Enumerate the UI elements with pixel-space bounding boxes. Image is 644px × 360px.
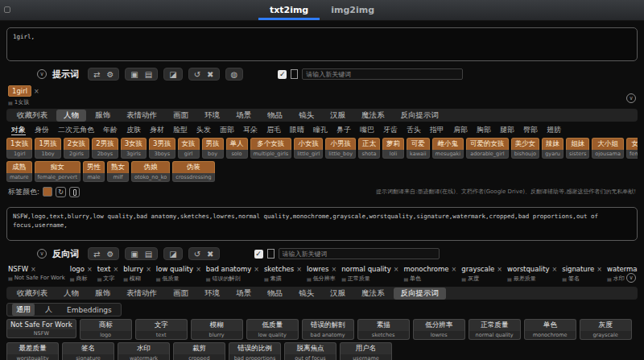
prompt-tag-button[interactable]: 多个女孩 multiple_girls bbox=[250, 138, 292, 159]
category-tab[interactable]: 场景 bbox=[229, 288, 258, 300]
prompt-tag-button[interactable]: 3女孩 3girls bbox=[121, 138, 147, 159]
subcategory-link[interactable]: 指甲 bbox=[430, 125, 444, 135]
color-reset-icon[interactable]: ↻ bbox=[56, 187, 66, 197]
negative-tag-button[interactable]: 错误的比例 bad proportions bbox=[229, 342, 281, 360]
negative-subtab[interactable]: 人 bbox=[41, 304, 56, 316]
negative-chip-text[interactable]: normal quality bbox=[341, 265, 391, 273]
negative-tag-button[interactable]: 水印 watermark bbox=[118, 342, 170, 360]
remove-chip-icon[interactable]: × bbox=[196, 266, 201, 273]
prompt-tag-button[interactable]: 2女孩 2girls bbox=[64, 138, 89, 159]
negative-tag-button[interactable]: 模糊 blurry bbox=[191, 319, 243, 340]
category-tab[interactable]: 环境 bbox=[197, 110, 227, 122]
subcategory-link[interactable]: 舌头 bbox=[407, 125, 421, 135]
negative-tag-button[interactable]: 灰度 grayscale bbox=[580, 319, 632, 340]
prompt-tag-button[interactable]: 痴女 female_pervert bbox=[35, 161, 81, 182]
subcategory-link[interactable]: 眼睛 bbox=[290, 125, 304, 135]
negative-tag-button[interactable]: 脱离焦点 out of focus bbox=[284, 342, 336, 360]
prompt-tag-button[interactable]: 2男孩 2boys bbox=[92, 138, 118, 159]
category-tab[interactable]: 汉服 bbox=[323, 288, 353, 300]
gallery-icon[interactable]: ◪ bbox=[169, 70, 176, 79]
remove-chip-icon[interactable]: × bbox=[31, 266, 36, 273]
category-tab[interactable]: 人物 bbox=[56, 288, 86, 300]
subcategory-link[interactable]: 眉毛 bbox=[266, 125, 281, 135]
negative-tag-button[interactable]: 签名 signature bbox=[62, 342, 114, 360]
prompt-tag-button[interactable]: 3男孩 3boys bbox=[149, 138, 175, 159]
negative-chip-text[interactable]: text bbox=[97, 265, 111, 273]
subcategory-link[interactable]: 嘴巴 bbox=[360, 125, 374, 135]
new-keyword-input[interactable] bbox=[302, 68, 463, 80]
remove-chip-icon[interactable]: × bbox=[331, 266, 336, 273]
color-ball-icon[interactable]: ◍ bbox=[231, 70, 238, 79]
negative-tag-button[interactable]: 低分辨率 lowres bbox=[413, 319, 465, 340]
subcategory-link[interactable]: 胸部 bbox=[477, 125, 491, 135]
category-tab[interactable]: 表情动作 bbox=[119, 288, 164, 300]
category-tab[interactable]: 魔法系 bbox=[354, 288, 392, 300]
subcategory-link[interactable]: 臀部 bbox=[523, 125, 538, 135]
remove-chip-icon[interactable]: × bbox=[452, 266, 457, 273]
subcategory-link[interactable]: 脸型 bbox=[173, 125, 188, 135]
negative-tag-button[interactable]: 文字 text bbox=[135, 319, 188, 340]
prompt-tag-button[interactable]: 可爱 kawaii bbox=[407, 138, 430, 159]
secondary-checkbox[interactable] bbox=[267, 249, 275, 259]
prompt-tag-button[interactable]: 雌小鬼 mesugaki bbox=[432, 138, 464, 159]
category-tab[interactable]: 表情动作 bbox=[119, 110, 164, 122]
category-tab[interactable]: 画面 bbox=[166, 110, 196, 122]
negative-textarea[interactable]: NSFW,logo,text,blurry,low quality,bad an… bbox=[6, 207, 638, 241]
notes-icon[interactable]: ▤ bbox=[145, 70, 152, 79]
category-tab[interactable]: 魔法系 bbox=[354, 110, 392, 122]
negative-chip-text[interactable]: watermark bbox=[607, 265, 638, 273]
negative-chip-text[interactable]: blurry bbox=[123, 265, 143, 273]
collapse-chips-icon[interactable]: ∨ bbox=[626, 273, 636, 283]
subcategory-link[interactable]: 二次元角色 bbox=[58, 125, 94, 135]
prompt-tag-button[interactable]: 女性 female bbox=[626, 138, 638, 159]
trash-icon[interactable]: ✖ bbox=[207, 250, 213, 259]
subcategory-link[interactable]: 身材 bbox=[150, 125, 164, 135]
prompt-tag-button[interactable]: 1男孩 1boy bbox=[35, 138, 60, 159]
subcategory-link[interactable]: 身份 bbox=[35, 125, 49, 135]
category-tab[interactable]: 场景 bbox=[229, 110, 258, 122]
category-tab[interactable]: 环境 bbox=[197, 288, 227, 300]
remove-chip-icon[interactable]: × bbox=[34, 88, 39, 95]
negative-tag-button[interactable]: 素描 sketches bbox=[357, 319, 410, 340]
negative-tag-button[interactable]: 正常质量 normal quality bbox=[469, 319, 521, 340]
mode-tab[interactable]: txt2img bbox=[258, 0, 320, 20]
prompt-tag-button[interactable]: 萝莉 loli bbox=[382, 138, 404, 159]
prompt-tag-button[interactable]: 小女孩 little_girl bbox=[294, 138, 323, 159]
subcategory-link[interactable]: 对象 bbox=[11, 125, 26, 135]
secondary-checkbox[interactable] bbox=[291, 69, 298, 79]
collapse-chips-icon[interactable]: ∨ bbox=[626, 93, 636, 103]
category-tab[interactable]: 画面 bbox=[166, 288, 196, 300]
negative-tag-button[interactable]: 商标 logo bbox=[80, 319, 132, 340]
tag-color-swatch[interactable] bbox=[43, 187, 52, 197]
negative-subtab[interactable]: 通用 bbox=[12, 304, 35, 316]
category-tab[interactable]: 反向提示词 bbox=[394, 110, 447, 122]
prompt-tag-button[interactable]: 1女孩 1girl bbox=[6, 138, 32, 159]
auto-translate-checkbox[interactable]: ✓ bbox=[254, 250, 263, 259]
category-tab[interactable]: 反向提示词 bbox=[394, 288, 447, 300]
prompt-tag-button[interactable]: 姐妹 sisters bbox=[566, 138, 589, 159]
category-tab[interactable]: 人物 bbox=[56, 110, 86, 122]
remove-chip-icon[interactable]: × bbox=[146, 266, 151, 273]
subcategory-link[interactable]: 腿部 bbox=[500, 125, 514, 135]
subcategory-link[interactable]: 翅膀 bbox=[547, 125, 561, 135]
category-tab[interactable]: 收藏列表 bbox=[10, 288, 55, 300]
prompt-tag-button[interactable]: 小男孩 little_boy bbox=[325, 138, 356, 159]
negative-tag-button[interactable]: 错误的解剖 bad anatomy bbox=[302, 319, 354, 340]
settings-icon[interactable]: ⚙ bbox=[106, 70, 114, 79]
subcategory-link[interactable]: 头发 bbox=[196, 125, 211, 135]
negative-tag-button[interactable]: 低质量 low quality bbox=[246, 319, 299, 340]
new-keyword-input[interactable] bbox=[279, 248, 440, 259]
notes-icon[interactable]: ▤ bbox=[145, 250, 152, 259]
collapse-prompt-icon[interactable]: ∨ bbox=[37, 69, 47, 79]
copy-icon[interactable]: ▣ bbox=[130, 250, 138, 259]
category-tab[interactable]: 物品 bbox=[260, 110, 290, 122]
subcategory-link[interactable]: 皮肤 bbox=[126, 125, 141, 135]
negative-subtab[interactable]: Embeddings bbox=[63, 305, 116, 315]
history-icon[interactable]: ↺ bbox=[194, 70, 200, 79]
translate-icon[interactable]: ⇄ bbox=[93, 250, 100, 259]
category-tab[interactable]: 物品 bbox=[260, 288, 290, 300]
negative-tag-button[interactable]: 用户名 username bbox=[340, 342, 392, 360]
prompt-tag-button[interactable]: 伪娘 otoko_no_ko bbox=[131, 161, 170, 182]
category-tab[interactable]: 服饰 bbox=[88, 288, 118, 300]
negative-tag-button[interactable]: 最差质量 worstquality bbox=[6, 342, 59, 360]
